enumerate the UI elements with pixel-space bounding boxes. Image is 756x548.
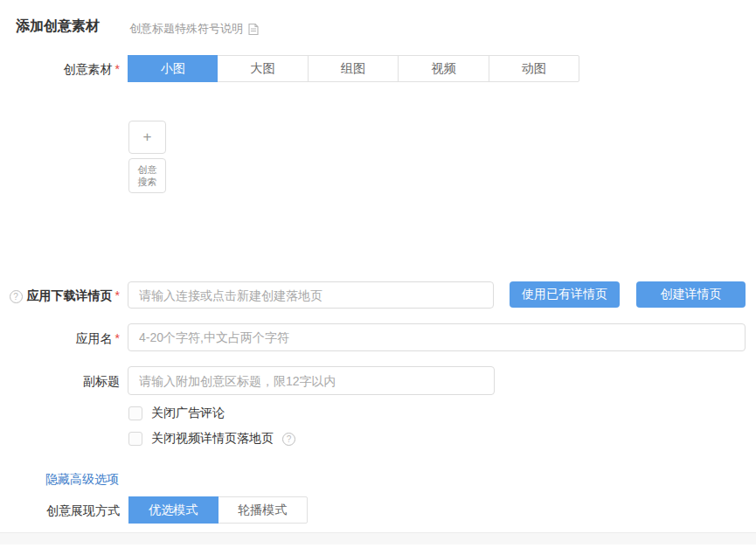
creative-search-label: 创意 搜索 <box>138 163 157 188</box>
plus-icon: + <box>143 128 152 146</box>
close-ad-comments-checkbox[interactable] <box>128 406 142 420</box>
app-name-label: 应用名* <box>0 331 120 347</box>
close-video-landing-label: 关闭视频详情页落地页 <box>151 431 274 447</box>
add-material-button[interactable]: + <box>128 121 166 154</box>
subtitle-input[interactable] <box>128 366 495 395</box>
tab-video[interactable]: 视频 <box>398 56 488 81</box>
required-mark: * <box>115 62 120 76</box>
tab-preferred-mode[interactable]: 优选模式 <box>128 496 218 524</box>
app-name-input[interactable] <box>128 323 746 351</box>
special-symbols-link[interactable]: 创意标题特殊符号说明 <box>129 21 260 37</box>
required-mark: * <box>115 288 120 302</box>
material-tab-group: 小图 大图 组图 视频 动图 <box>128 55 579 82</box>
document-icon <box>247 23 260 36</box>
create-landing-button[interactable]: 创建详情页 <box>636 281 746 308</box>
landing-page-label: ? 应用下载详情页* <box>0 288 120 304</box>
subtitle-label: 副标题 <box>0 374 120 390</box>
material-label: 创意素材* <box>0 62 120 78</box>
checkbox-row-close-video-landing: 关闭视频详情页落地页 ? <box>128 431 295 447</box>
page-title: 添加创意素材 <box>16 17 100 36</box>
close-ad-comments-label: 关闭广告评论 <box>151 406 225 421</box>
tab-animated-image[interactable]: 动图 <box>489 56 579 81</box>
use-existing-landing-button[interactable]: 使用已有详情页 <box>510 281 620 308</box>
close-video-landing-checkbox[interactable] <box>128 432 142 446</box>
creative-search-button[interactable]: 创意 搜索 <box>128 158 166 193</box>
required-mark: * <box>115 331 120 345</box>
tab-carousel-mode[interactable]: 轮播模式 <box>218 497 308 523</box>
tab-small-image[interactable]: 小图 <box>128 55 218 82</box>
help-icon[interactable]: ? <box>10 290 23 303</box>
landing-page-input[interactable] <box>128 281 494 309</box>
checkbox-row-close-comments: 关闭广告评论 <box>128 406 225 421</box>
display-mode-label: 创意展现方式 <box>0 503 120 519</box>
tab-large-image[interactable]: 大图 <box>217 56 307 81</box>
hide-advanced-options-link[interactable]: 隐藏高级选项 <box>45 472 119 488</box>
help-icon[interactable]: ? <box>282 433 295 446</box>
display-mode-tab-group: 优选模式 轮播模式 <box>128 496 308 524</box>
section-divider <box>0 532 756 545</box>
tab-image-group[interactable]: 组图 <box>308 56 398 81</box>
special-symbols-label: 创意标题特殊符号说明 <box>129 21 243 37</box>
creative-material-form: 添加创意素材 创意标题特殊符号说明 创意素材* 小图 大图 组图 视频 动图 +… <box>0 0 756 548</box>
